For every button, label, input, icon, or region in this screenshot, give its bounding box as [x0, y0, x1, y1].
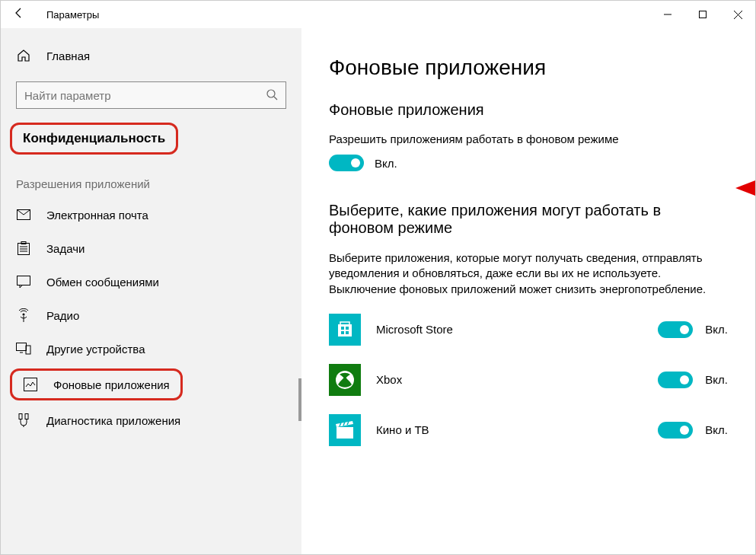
app-row-store: Microsoft Store Вкл.: [329, 314, 728, 346]
sidebar-item-email[interactable]: Электронная почта: [1, 198, 301, 231]
app-toggle-state: Вкл.: [705, 373, 728, 386]
sidebar: Главная Конфиденциальность Разрешения пр…: [1, 28, 301, 554]
mail-icon: [16, 207, 31, 222]
toggle-state-label: Вкл.: [375, 157, 397, 170]
sidebar-item-messaging[interactable]: Обмен сообщениями: [1, 265, 301, 298]
allow-background-label: Разрешить приложениям работать в фоновом…: [329, 132, 728, 145]
section-background-apps-title: Фоновые приложения: [329, 101, 728, 119]
svg-rect-12: [18, 276, 30, 285]
help-text: Выберите приложения, которые могут получ…: [329, 250, 717, 297]
svg-rect-28: [337, 427, 353, 439]
home-link[interactable]: Главная: [1, 40, 301, 71]
app-row-movies: Кино и ТВ Вкл.: [329, 414, 728, 446]
titlebar: Параметры: [1, 1, 755, 28]
sidebar-item-tasks[interactable]: Задачи: [1, 231, 301, 265]
svg-rect-23: [341, 327, 344, 330]
tasks-icon: [16, 241, 31, 256]
search-input[interactable]: [24, 89, 253, 102]
page-title: Фоновые приложения: [329, 56, 728, 80]
sidebar-item-label: Фоновые приложения: [53, 378, 170, 391]
annotation-arrow: [735, 179, 755, 197]
app-toggle-state: Вкл.: [705, 423, 728, 436]
app-toggle-xbox[interactable]: [658, 372, 693, 388]
app-toggle-store[interactable]: [658, 321, 693, 338]
svg-rect-15: [17, 343, 27, 351]
app-name: Xbox: [376, 373, 498, 386]
sidebar-item-label: Обмен сообщениями: [46, 276, 159, 289]
app-name: Кино и ТВ: [376, 423, 498, 436]
back-button[interactable]: [13, 7, 25, 23]
background-apps-icon: [23, 377, 38, 392]
svg-rect-22: [338, 324, 352, 337]
sidebar-item-label: Электронная почта: [46, 209, 148, 222]
diagnostics-icon: [16, 413, 31, 428]
home-label: Главная: [46, 49, 90, 62]
home-icon: [16, 48, 31, 63]
allow-background-toggle[interactable]: [329, 155, 364, 171]
minimize-button[interactable]: [650, 1, 685, 28]
sidebar-item-label: Другие устройства: [46, 343, 145, 356]
movies-icon: [329, 414, 361, 446]
app-toggle-movies[interactable]: [658, 422, 693, 439]
svg-rect-1: [700, 11, 707, 18]
sidebar-item-other-devices[interactable]: Другие устройства: [1, 332, 301, 365]
maximize-button[interactable]: [685, 1, 720, 28]
xbox-icon: [329, 364, 361, 396]
sidebar-item-diagnostics[interactable]: Диагностика приложения: [1, 403, 301, 437]
sidebar-item-label: Задачи: [46, 242, 85, 255]
section-privacy[interactable]: Конфиденциальность: [10, 123, 178, 155]
svg-rect-20: [25, 414, 28, 419]
search-icon: [266, 88, 278, 103]
sidebar-item-radio[interactable]: Радио: [1, 298, 301, 332]
app-toggle-state: Вкл.: [705, 323, 728, 336]
svg-point-4: [267, 90, 275, 97]
svg-marker-34: [735, 180, 755, 196]
svg-rect-25: [341, 331, 344, 334]
search-box[interactable]: [16, 81, 286, 109]
svg-rect-18: [24, 378, 37, 391]
section-choose-apps-title: Выберите, какие приложения могут работат…: [329, 202, 717, 237]
radio-icon: [16, 308, 31, 323]
app-name: Microsoft Store: [376, 323, 498, 336]
svg-rect-26: [346, 331, 349, 334]
store-icon: [329, 314, 361, 346]
group-label: Разрешения приложений: [1, 170, 301, 198]
svg-line-5: [274, 97, 277, 100]
svg-rect-19: [19, 414, 22, 419]
sidebar-item-label: Радио: [46, 309, 79, 322]
devices-icon: [16, 341, 31, 356]
app-row-xbox: Xbox Вкл.: [329, 364, 728, 396]
messaging-icon: [16, 274, 31, 289]
sidebar-item-label: Диагностика приложения: [46, 414, 180, 427]
svg-point-14: [23, 314, 25, 316]
window-title: Параметры: [46, 9, 99, 21]
sidebar-item-background-apps[interactable]: Фоновые приложения: [10, 368, 183, 400]
close-button[interactable]: [720, 1, 755, 28]
svg-rect-24: [346, 327, 349, 330]
main-content: Фоновые приложения Фоновые приложения Ра…: [301, 28, 755, 554]
